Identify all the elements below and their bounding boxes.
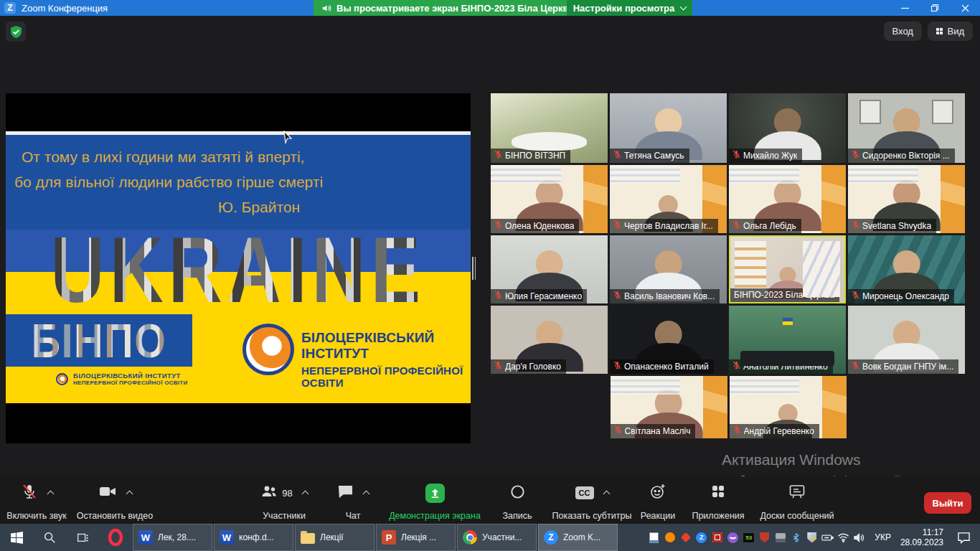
chevron-up-icon[interactable] [363, 491, 370, 498]
toolbar-chat-button[interactable]: Чат [331, 482, 374, 521]
participant-tile[interactable]: Юлия Герасименко [491, 235, 608, 303]
window-title: Zoom Конференция [22, 3, 108, 14]
wifi-icon[interactable] [837, 532, 849, 544]
toolbar-button-label: Реакции [641, 511, 675, 521]
meeting-area: Вход Вид От тому в лихі години ми затяті… [0, 16, 980, 524]
taskbar-window-word[interactable]: Wконф.d... [214, 524, 293, 551]
zoom-icon: Z [544, 530, 558, 545]
power-icon[interactable] [821, 532, 834, 544]
minimize-button[interactable] [890, 0, 920, 16]
participant-tile[interactable]: Олена Юденкова [491, 165, 608, 233]
chevron-up-icon[interactable] [47, 491, 54, 498]
participants-row: Юлия ГерасименкоВасиль Іванович Ков...БІ… [491, 235, 966, 303]
participant-tile[interactable]: БІНПО ВІТЗНП [491, 93, 608, 163]
leave-meeting-button[interactable]: Выйти [924, 492, 971, 514]
taskbar-window-folder[interactable]: Лекції [295, 524, 374, 551]
slide-logo-band: БІНПО БІЛОЦЕРКІВСЬКИЙ ІНСТИТУТ НЕПЕРЕРВН… [6, 311, 471, 403]
participant-tile[interactable]: Опанасенко Виталий [610, 306, 727, 374]
muted-mic-icon [852, 291, 859, 301]
participant-name-bar: БІНПО ВІТЗНП [491, 149, 570, 163]
camera-app-icon[interactable] [711, 532, 723, 544]
zoom-tray-icon[interactable]: Z [695, 532, 707, 544]
chevron-up-icon[interactable] [301, 491, 308, 498]
participant-tile[interactable]: Ольга Лебідь [729, 165, 846, 233]
toolbar-share-screen-button[interactable]: Демонстрация экрана [380, 482, 489, 521]
toolbar-camera-button[interactable]: Остановить видео [72, 482, 158, 521]
participant-tile[interactable]: Чертов Владислав Іг... [610, 165, 727, 233]
taskbar-window-label: Лек, 28.... [158, 532, 196, 542]
document-app-icon[interactable] [648, 532, 660, 544]
search-button[interactable] [33, 524, 66, 551]
login-button[interactable]: Вход [884, 22, 922, 41]
taskbar-window-label: Лекція ... [401, 532, 436, 542]
toolbar-whiteboard-button[interactable]: Доски сообщений [755, 482, 839, 521]
viber-icon[interactable] [727, 532, 739, 544]
participant-tile[interactable]: Василь Іванович Ков... [610, 235, 727, 303]
participant-name-bar: Андрій Геревенко [730, 424, 819, 438]
task-view-button[interactable] [66, 524, 99, 551]
muted-mic-icon [614, 425, 622, 436]
bluetooth-icon[interactable] [790, 532, 802, 544]
restore-button[interactable] [920, 0, 950, 16]
chevron-up-icon[interactable] [126, 491, 133, 498]
participant-tile[interactable]: БІНПО-2023 Біла Церква [729, 235, 846, 303]
taskbar-clock[interactable]: 11:17 28.09.2023 [900, 527, 943, 547]
participant-tile[interactable]: Миронець Олександр [848, 235, 965, 303]
participant-tile[interactable]: Дар'я Головко [491, 306, 608, 374]
participant-tile[interactable]: Анатолій Литвиненко [729, 306, 846, 374]
participant-tile[interactable]: Світлана Масліч [611, 376, 727, 438]
red-diamond-app-icon[interactable] [679, 532, 692, 544]
toolbar-participants-button[interactable]: 98Участники [250, 482, 319, 521]
whiteboard-icon [788, 484, 806, 502]
participant-name: Юлия Герасименко [505, 291, 582, 301]
toolbar-reactions-button[interactable]: Реакции [634, 482, 682, 521]
view-button[interactable]: Вид [928, 22, 973, 41]
battery-monitor-icon[interactable]: 53 [743, 532, 755, 544]
toolbar-button-label: Показать субтитры [552, 511, 632, 521]
volume-icon[interactable] [853, 532, 865, 544]
powerpoint-icon: P [382, 530, 396, 545]
participants-row: Дар'я ГоловкоОпанасенко ВиталийАнатолій … [491, 306, 966, 374]
language-indicator[interactable]: УКР [875, 532, 891, 542]
shared-screen: От тому в лихі години ми затяті й вперті… [6, 93, 471, 443]
mouse-cursor [283, 131, 293, 144]
opera-browser-button[interactable] [99, 524, 132, 551]
quote-line2: бо для вільної людини рабство гірше смер… [14, 169, 471, 194]
grid-view-icon [936, 28, 943, 35]
toolbar-record-button[interactable]: Запись [495, 482, 540, 521]
participant-name: Дар'я Головко [505, 362, 561, 372]
avast-antivirus-icon[interactable] [664, 532, 676, 544]
toolbar-button-label: Демонстрация экрана [389, 511, 481, 521]
defender-warning-icon[interactable] [806, 532, 818, 544]
close-button[interactable] [950, 0, 980, 16]
participant-tile[interactable]: Михайло Жук [729, 93, 846, 163]
participants-row: Світлана МаслічАндрій Геревенко [491, 376, 966, 438]
participant-tile[interactable]: Вовк Богдан ГНПУ ім... [848, 306, 965, 374]
toolbar-mic-muted-button[interactable]: Включить звук [4, 482, 69, 521]
display-app-icon[interactable] [774, 532, 786, 544]
participant-name-bar: Василь Іванович Ков... [610, 289, 720, 303]
participant-tile[interactable]: Сидоренко Вікторія ... [848, 93, 965, 163]
start-button[interactable] [0, 524, 33, 551]
muted-mic-icon [733, 425, 741, 436]
participant-name: Чертов Владислав Іг... [624, 221, 713, 231]
toolbar-captions-button[interactable]: CCПоказать субтитры [545, 482, 639, 521]
panel-resize-handle[interactable] [471, 257, 477, 280]
participant-name-bar: БІНПО-2023 Біла Церква [730, 288, 839, 302]
taskbar-window-chrome[interactable]: Участни... [457, 524, 537, 551]
participant-tile[interactable]: Андрій Геревенко [730, 376, 847, 438]
view-settings-button[interactable]: Настройки просмотра [567, 0, 692, 16]
participant-tile[interactable]: Svetlana Shvydka [848, 165, 965, 233]
taskbar-window-word[interactable]: WЛек, 28.... [133, 524, 212, 551]
taskbar-window-zoom[interactable]: ZZoom K... [538, 524, 618, 551]
participant-tile[interactable]: Тетяна Самусь [610, 93, 727, 163]
slide-ukraine-band: UKRAINE [6, 230, 471, 311]
meeting-security-badge[interactable] [6, 22, 26, 42]
security-red-shield-icon[interactable] [758, 532, 771, 544]
taskbar-window-powerpoint[interactable]: PЛекція ... [376, 524, 456, 551]
participant-name-bar: Анатолій Литвиненко [729, 359, 833, 374]
zoom-toolbar: Выйти Включить звукОстановить видео98Уча… [0, 476, 980, 524]
action-center-button[interactable] [951, 532, 976, 544]
toolbar-apps-button[interactable]: Приложения [683, 482, 753, 521]
chevron-up-icon[interactable] [603, 491, 610, 498]
